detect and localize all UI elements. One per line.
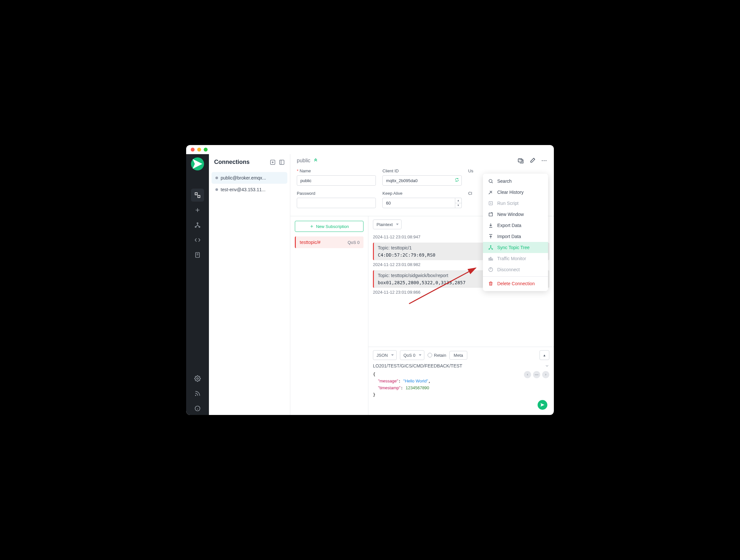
minimize-window-button[interactable] bbox=[197, 148, 201, 151]
step-up[interactable]: ▲ bbox=[455, 198, 461, 203]
send-button[interactable] bbox=[538, 400, 547, 410]
publish-topic[interactable]: LO201/TEST/GICS/CMD/FEEDBACK/TEST bbox=[373, 363, 462, 368]
menu-delete-connection[interactable]: Delete Connection bbox=[483, 278, 548, 289]
svg-rect-23 bbox=[492, 259, 493, 260]
svg-rect-17 bbox=[489, 213, 493, 216]
connection-name-header[interactable]: public bbox=[297, 157, 318, 164]
payload-editor[interactable]: { "message": "Hello World", "timestamp":… bbox=[373, 371, 549, 412]
icon-sidebar bbox=[186, 154, 209, 415]
menu-import-data[interactable]: Import Data bbox=[483, 231, 548, 242]
menu-search[interactable]: Search bbox=[483, 176, 548, 187]
connections-nav-icon[interactable] bbox=[191, 189, 204, 202]
new-subscription-label: New Subscription bbox=[316, 224, 349, 229]
clientid-label: Client ID bbox=[382, 169, 461, 173]
keepalive-input[interactable] bbox=[382, 198, 455, 208]
menu-clear-history[interactable]: Clear History bbox=[483, 187, 548, 198]
next-payload-button[interactable]: › bbox=[542, 371, 549, 378]
edit-icon[interactable] bbox=[529, 157, 536, 164]
tree-icon[interactable] bbox=[191, 219, 204, 232]
composer: JSON QoS 0 Retain Meta ▲ LO201/TEST/GICS… bbox=[368, 347, 554, 415]
svg-rect-10 bbox=[280, 160, 284, 164]
connection-label: public@broker.emqx... bbox=[221, 175, 266, 181]
menu-export-data[interactable]: Export Data bbox=[483, 220, 548, 231]
encoding-select[interactable]: Plaintext bbox=[373, 220, 401, 229]
new-subscription-button[interactable]: New Subscription bbox=[295, 221, 364, 232]
menu-run-script: Run Script bbox=[483, 198, 548, 209]
message-topic: Topic: testtopic/1 bbox=[378, 245, 412, 250]
subscription-topic: testtopic/# bbox=[300, 240, 320, 245]
message-topic: Topic: testtopic/sidgwick/box/report bbox=[378, 273, 448, 278]
maximize-window-button[interactable] bbox=[204, 148, 208, 151]
name-label: * Name bbox=[297, 169, 376, 173]
retain-toggle[interactable]: Retain bbox=[428, 353, 447, 358]
svg-point-18 bbox=[490, 245, 491, 246]
more-menu-icon[interactable] bbox=[541, 157, 547, 164]
prev-payload-button[interactable]: ‹ bbox=[524, 371, 531, 378]
new-connection-icon[interactable] bbox=[270, 159, 276, 165]
connection-name-text: public bbox=[297, 158, 310, 163]
collapse-panel-icon[interactable] bbox=[279, 159, 285, 165]
username-label: Us bbox=[468, 169, 547, 173]
format-select[interactable]: JSON bbox=[373, 350, 397, 360]
svg-point-20 bbox=[492, 248, 493, 249]
settings-icon[interactable] bbox=[191, 372, 204, 385]
svg-point-19 bbox=[489, 248, 490, 249]
qos-select[interactable]: QoS 0 bbox=[400, 350, 424, 360]
titlebar bbox=[186, 145, 554, 154]
password-input[interactable] bbox=[297, 198, 376, 208]
status-dot bbox=[215, 188, 218, 191]
refresh-clientid-icon[interactable] bbox=[455, 178, 459, 184]
svg-point-13 bbox=[544, 160, 545, 161]
svg-point-15 bbox=[489, 180, 492, 183]
connections-panel: Connections public@broker.emqx... test-e… bbox=[209, 154, 290, 415]
svg-rect-11 bbox=[519, 159, 522, 162]
info-icon[interactable] bbox=[191, 402, 204, 415]
payload-indicator: — bbox=[533, 371, 540, 378]
svg-rect-0 bbox=[195, 193, 197, 195]
app-logo bbox=[191, 157, 204, 171]
subscription-item[interactable]: testtopic/# QoS 0 bbox=[295, 236, 364, 248]
svg-rect-1 bbox=[198, 196, 200, 198]
svg-rect-21 bbox=[489, 258, 490, 260]
step-down[interactable]: ▼ bbox=[455, 203, 461, 208]
svg-rect-16 bbox=[489, 202, 493, 205]
svg-point-7 bbox=[195, 395, 196, 396]
add-icon[interactable] bbox=[191, 204, 204, 217]
script-icon[interactable] bbox=[191, 233, 204, 246]
main-panel: public * Name Client ID bbox=[290, 154, 554, 415]
svg-point-4 bbox=[199, 226, 200, 227]
status-dot bbox=[215, 177, 218, 179]
svg-point-2 bbox=[197, 223, 198, 224]
close-window-button[interactable] bbox=[191, 148, 195, 151]
menu-separator bbox=[483, 276, 548, 277]
menu-traffic-monitor: Traffic Monitor bbox=[483, 253, 548, 264]
svg-rect-22 bbox=[490, 257, 491, 260]
expand-composer-button[interactable]: ▲ bbox=[540, 350, 549, 360]
connection-item[interactable]: public@broker.emqx... bbox=[211, 172, 287, 184]
connection-label: test-env@43.153.11... bbox=[221, 187, 266, 192]
meta-button[interactable]: Meta bbox=[449, 351, 467, 360]
svg-point-12 bbox=[542, 160, 543, 161]
svg-point-6 bbox=[197, 378, 198, 379]
clientid-input[interactable] bbox=[382, 175, 461, 186]
chevron-down-icon[interactable] bbox=[545, 363, 549, 368]
more-menu-dropdown: Search Clear History Run Script New Wind… bbox=[483, 174, 548, 291]
menu-disconnect: Disconnect bbox=[483, 264, 548, 275]
connections-title: Connections bbox=[214, 159, 250, 165]
subscriptions-panel: New Subscription testtopic/# QoS 0 bbox=[290, 216, 368, 415]
keepalive-label: Keep Alive bbox=[382, 191, 461, 196]
log-icon[interactable] bbox=[191, 248, 204, 261]
collapse-icon bbox=[313, 157, 318, 164]
svg-point-14 bbox=[546, 160, 547, 161]
name-input[interactable] bbox=[297, 175, 376, 186]
subscription-qos: QoS 0 bbox=[348, 240, 360, 245]
password-label: Password bbox=[297, 191, 376, 196]
connection-item[interactable]: test-env@43.153.11... bbox=[211, 184, 287, 196]
feed-icon[interactable] bbox=[191, 387, 204, 400]
app-window: Connections public@broker.emqx... test-e… bbox=[186, 145, 554, 415]
menu-sync-topic-tree[interactable]: Sync Topic Tree bbox=[483, 242, 548, 253]
messages-toggle-icon[interactable] bbox=[518, 157, 524, 164]
svg-point-3 bbox=[195, 226, 196, 227]
menu-new-window[interactable]: New Window bbox=[483, 209, 548, 220]
